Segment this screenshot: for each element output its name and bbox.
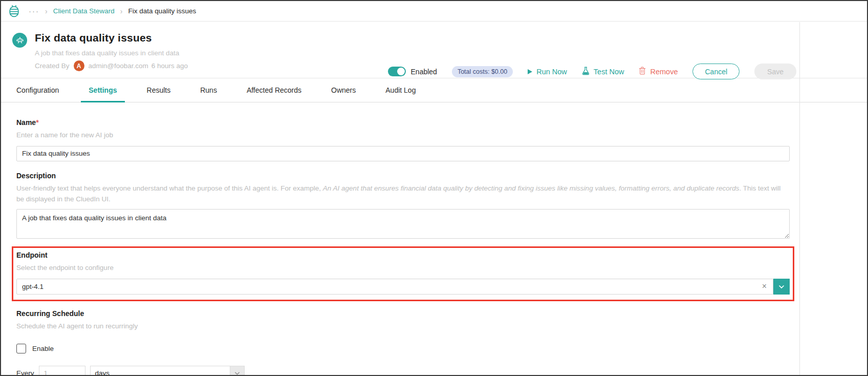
topbar: ··· › Client Data Steward › Fix data qua… — [1, 1, 867, 22]
endpoint-dropdown-button[interactable] — [773, 279, 790, 295]
breadcrumb-parent-link[interactable]: Client Data Steward — [53, 7, 115, 15]
chevron-right-icon: › — [44, 7, 49, 15]
settings-form: Name* Enter a name for the new AI job De… — [1, 102, 867, 376]
enabled-toggle[interactable] — [388, 67, 406, 76]
interval-unit-select[interactable]: days — [90, 366, 245, 376]
description-label: Description — [16, 172, 867, 180]
tab-configuration[interactable]: Configuration — [9, 78, 67, 102]
total-costs-badge: Total costs: $0.00 — [452, 66, 513, 77]
created-by-label: Created By — [35, 62, 70, 70]
endpoint-select-value-box[interactable]: gpt-4.1 × — [16, 279, 773, 295]
endpoint-helper: Select the endpoint to configure — [16, 263, 793, 274]
interval-unit-value: days — [91, 369, 230, 376]
header-actions: Enabled Total costs: $0.00 Run Now Test … — [388, 64, 796, 79]
name-helper: Enter a name for the new AI job — [16, 130, 867, 141]
schedule-interval-row: Every days — [16, 366, 867, 376]
page-title: Fix data quality issues — [35, 32, 188, 44]
name-label: Name* — [16, 118, 867, 127]
cluedin-logo-icon[interactable] — [8, 5, 20, 17]
created-time: 6 hours ago — [151, 62, 188, 70]
app-window: ··· › Client Data Steward › Fix data qua… — [0, 0, 868, 376]
endpoint-highlight-annotation: Endpoint Select the endpoint to configur… — [12, 246, 794, 301]
enabled-toggle-label: Enabled — [411, 68, 437, 76]
tab-affected-records[interactable]: Affected Records — [239, 78, 309, 102]
trash-icon — [639, 67, 646, 76]
endpoint-select: gpt-4.1 × — [16, 279, 790, 295]
tab-audit-log[interactable]: Audit Log — [378, 78, 423, 102]
created-by-row: Created By A admin@foobar.com 6 hours ag… — [35, 60, 188, 71]
save-button[interactable]: Save — [754, 64, 796, 79]
required-asterisk: * — [36, 118, 38, 127]
breadcrumb-overflow[interactable]: ··· — [29, 7, 39, 15]
created-by-user: admin@foobar.com — [89, 62, 148, 70]
run-now-button[interactable]: Run Now — [528, 68, 567, 76]
name-field: Name* Enter a name for the new AI job — [16, 118, 867, 161]
avatar[interactable]: A — [74, 60, 84, 71]
tab-runs[interactable]: Runs — [192, 78, 225, 102]
tab-settings[interactable]: Settings — [81, 78, 124, 102]
every-label: Every — [16, 369, 34, 376]
clear-selection-icon[interactable]: × — [762, 282, 767, 290]
enable-checkbox-row: Enable — [16, 344, 867, 353]
enable-checkbox[interactable] — [16, 344, 26, 353]
flask-icon — [582, 67, 590, 77]
page-header: Fix data quality issues A job that fixes… — [1, 22, 867, 78]
tabbar: Configuration Settings Results Runs Affe… — [1, 78, 867, 102]
chevron-down-icon — [778, 283, 785, 290]
breadcrumb-current: Fix data quality issues — [128, 7, 196, 15]
test-now-button[interactable]: Test Now — [582, 67, 624, 77]
ai-job-robot-icon — [12, 33, 27, 48]
name-input[interactable] — [16, 146, 790, 161]
play-icon — [528, 69, 532, 74]
recurring-schedule-label: Recurring Schedule — [16, 309, 867, 318]
remove-button[interactable]: Remove — [639, 67, 678, 76]
endpoint-selected-value: gpt-4.1 — [22, 283, 44, 290]
description-field: Description User-friendly text that help… — [16, 172, 867, 239]
description-helper: User-friendly text that helps everyone u… — [16, 183, 790, 205]
page-subtitle: A job that fixes data quality issues in … — [35, 49, 188, 57]
recurring-schedule-helper: Schedule the AI agent to run recurringly — [16, 321, 867, 332]
content-right-divider — [799, 22, 800, 375]
cancel-button[interactable]: Cancel — [692, 64, 740, 79]
enable-checkbox-label: Enable — [32, 345, 54, 352]
interval-unit-dropdown-button[interactable] — [230, 366, 244, 376]
tab-results[interactable]: Results — [139, 78, 179, 102]
endpoint-label: Endpoint — [16, 251, 793, 259]
description-textarea[interactable]: A job that fixes data quality issues in … — [16, 209, 790, 239]
interval-count-input[interactable] — [39, 366, 85, 376]
chevron-down-icon — [234, 369, 240, 376]
chevron-right-icon: › — [119, 7, 124, 15]
tab-owners[interactable]: Owners — [323, 78, 363, 102]
